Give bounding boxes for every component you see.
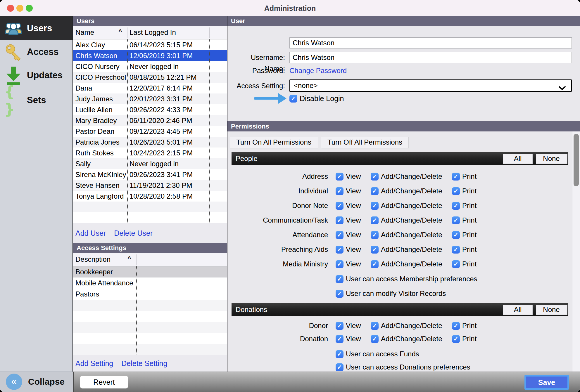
add-change-delete-checkbox[interactable]: ✓ (371, 173, 379, 181)
permission-category-label: Attendance (227, 228, 328, 242)
table-row-dana[interactable]: Dana12/20/2017 6:14 PM (73, 83, 227, 93)
print-checkbox[interactable]: ✓ (452, 187, 460, 195)
last-logged-in-cell: 10/26/2023 5:01 PM (127, 137, 209, 148)
last-logged-in-cell: 02/01/2023 3:31 PM (127, 93, 209, 104)
print-checkbox[interactable]: ✓ (452, 231, 460, 239)
user-name-cell: Sally (73, 158, 127, 169)
annotation-arrow-head (278, 93, 286, 104)
user-name-cell: Ruth Stokes (73, 148, 127, 158)
table-row-ruth-stokes[interactable]: Ruth Stokes10/24/2023 2:15 PM (73, 148, 227, 158)
add-change-delete-checkbox[interactable]: ✓ (371, 260, 379, 268)
username-field[interactable] (289, 52, 572, 63)
sidebar-item-access[interactable]: Access (0, 42, 73, 62)
users-column-name[interactable]: Name (75, 26, 94, 39)
table-row-patricia-jones[interactable]: Patricia Jones10/26/2023 5:01 PM (73, 137, 227, 148)
table-row-alex-clay[interactable]: Alex Clay06/14/2023 5:15 PM (73, 39, 227, 50)
add-change-delete-label: Add/Change/Delete (381, 322, 442, 330)
none-button[interactable]: None (536, 305, 567, 315)
sidebar-item-users[interactable]: Users (0, 16, 73, 40)
permission-row-media-ministry: Media Ministry✓View✓Add/Change/Delete✓Pr… (0, 257, 580, 271)
table-row-empty[interactable] (73, 300, 227, 311)
view-checkbox[interactable]: ✓ (336, 246, 343, 254)
view-label: View (346, 335, 361, 343)
revert-button[interactable]: Revert (80, 376, 128, 388)
add-change-delete-label: Add/Change/Delete (381, 172, 442, 181)
permission-row-donor: Donor✓View✓Add/Change/Delete✓Print (0, 318, 580, 333)
title-bar: Administration (0, 0, 580, 16)
user-can-modify-visitor-records-checkbox[interactable]: ✓ (336, 290, 343, 298)
last-logged-in-cell: 08/18/2015 12:21 PM (127, 72, 209, 83)
user-can-access-donations-preferences-checkbox[interactable]: ✓ (336, 363, 343, 371)
user-can-access-membership-preferences-checkbox[interactable]: ✓ (336, 275, 343, 283)
table-row-judy-james[interactable]: Judy James02/01/2023 3:31 PM (73, 93, 227, 104)
disable-login-checkbox[interactable]: ✓ (289, 95, 297, 103)
view-checkbox[interactable]: ✓ (336, 231, 343, 239)
change-password-link[interactable]: Change Password (289, 67, 347, 75)
print-group: ✓Print (452, 228, 477, 242)
table-row-cico-nursery[interactable]: CICO NurseryNever logged in (73, 61, 227, 72)
view-checkbox[interactable]: ✓ (336, 260, 343, 268)
all-button[interactable]: All (503, 154, 533, 164)
add-change-delete-checkbox[interactable]: ✓ (371, 202, 379, 210)
all-button[interactable]: All (503, 305, 533, 315)
print-checkbox[interactable]: ✓ (452, 202, 460, 210)
print-checkbox[interactable]: ✓ (452, 335, 460, 343)
view-checkbox[interactable]: ✓ (336, 216, 343, 224)
turn-on-all-permissions-button[interactable]: Turn On All Permissions (230, 137, 318, 148)
name-field[interactable] (289, 37, 572, 48)
add-change-delete-group: ✓Add/Change/Delete (371, 169, 442, 184)
save-button[interactable]: Save (524, 375, 569, 390)
none-button[interactable]: None (536, 154, 567, 164)
add-change-delete-label: Add/Change/Delete (381, 187, 442, 195)
add-change-delete-checkbox[interactable]: ✓ (371, 216, 379, 224)
table-row-cico-preschool[interactable]: CICO Preschool08/18/2015 12:21 PM (73, 72, 227, 83)
collapse-button[interactable]: « (6, 374, 22, 390)
panel-divider (227, 16, 227, 372)
table-row-chris-watson[interactable]: Chris Watson12/06/2019 3:01 PM (73, 50, 227, 61)
last-logged-in-cell: 12/20/2017 6:14 PM (127, 83, 209, 93)
view-checkbox[interactable]: ✓ (336, 322, 343, 330)
view-label: View (346, 216, 361, 224)
table-row-sally[interactable]: SallyNever logged in (73, 158, 227, 169)
view-group: ✓View (336, 198, 361, 213)
print-checkbox[interactable]: ✓ (452, 322, 460, 330)
view-checkbox[interactable]: ✓ (336, 335, 343, 343)
view-label: View (346, 322, 361, 330)
chevron-down-icon (559, 84, 566, 92)
table-row-lucille-allen[interactable]: Lucille Allen09/26/2022 4:33 PM (73, 104, 227, 115)
view-checkbox[interactable]: ✓ (336, 173, 343, 181)
print-label: Print (462, 260, 477, 268)
scrollbar-track[interactable] (572, 131, 580, 372)
add-change-delete-checkbox[interactable]: ✓ (371, 187, 379, 195)
add-change-delete-checkbox[interactable]: ✓ (371, 335, 379, 343)
permission-row-user-can-access-funds: ✓User can access Funds (0, 347, 580, 361)
view-checkbox[interactable]: ✓ (336, 187, 343, 195)
user-can-access-funds-checkbox[interactable]: ✓ (336, 350, 343, 358)
add-change-delete-group: ✓Add/Change/Delete (371, 242, 442, 257)
view-checkbox[interactable]: ✓ (336, 202, 343, 210)
annotation-arrow (254, 97, 279, 100)
user-form: Name: Username: Password: Change Passwor… (227, 26, 580, 121)
sidebar-item-sets[interactable]: { }Sets (0, 90, 73, 110)
permission-category-label: Donor (227, 318, 328, 333)
table-row-mary-bradley[interactable]: Mary Bradley06/11/2020 2:46 PM (73, 115, 227, 126)
add-change-delete-checkbox[interactable]: ✓ (371, 322, 379, 330)
users-table-header: Name ^ Last Logged In (73, 26, 227, 39)
turn-off-all-permissions-button[interactable]: Turn Off All Permissions (321, 137, 408, 148)
permission-row-communication-task: Communication/Task✓View✓Add/Change/Delet… (0, 213, 580, 228)
users-column-last-logged-in[interactable]: Last Logged In (130, 26, 176, 39)
user-can-access-funds-label: User can access Funds (346, 350, 419, 358)
scrollbar-thumb[interactable] (574, 134, 579, 186)
print-label: Print (462, 231, 477, 239)
print-checkbox[interactable]: ✓ (452, 216, 460, 224)
add-change-delete-checkbox[interactable]: ✓ (371, 231, 379, 239)
print-checkbox[interactable]: ✓ (452, 246, 460, 254)
print-checkbox[interactable]: ✓ (452, 260, 460, 268)
user-name-cell: Judy James (73, 93, 127, 104)
table-row-pastor-dean[interactable]: Pastor Dean09/12/2023 4:45 PM (73, 126, 227, 137)
print-checkbox[interactable]: ✓ (452, 173, 460, 181)
user-can-modify-visitor-records-label: User can modify Visitor Records (346, 289, 446, 298)
access-setting-dropdown[interactable]: <none> (289, 79, 572, 92)
add-change-delete-checkbox[interactable]: ✓ (371, 246, 379, 254)
last-logged-in-cell: 06/14/2023 5:15 PM (127, 39, 209, 50)
